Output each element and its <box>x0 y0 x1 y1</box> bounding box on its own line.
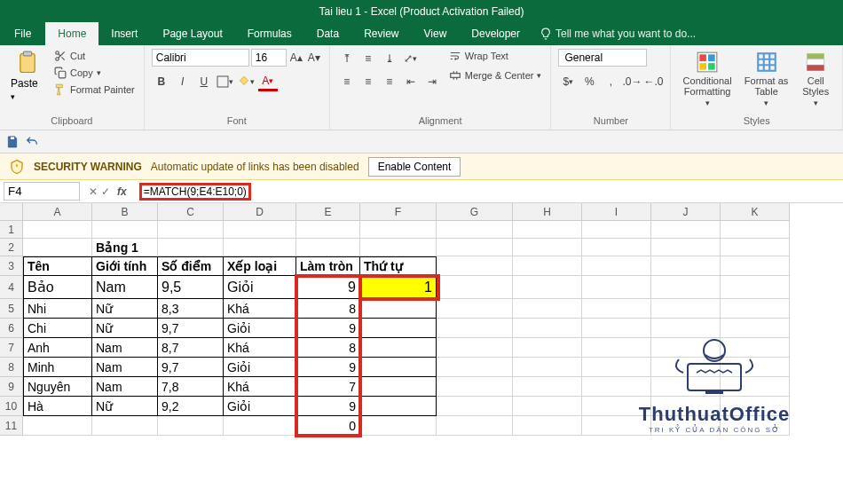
increase-font-icon[interactable]: A▴ <box>288 50 304 66</box>
name-box[interactable] <box>4 182 80 201</box>
cell[interactable]: 8,3 <box>158 299 224 319</box>
row-header[interactable]: 2 <box>0 239 23 256</box>
align-center-icon[interactable]: ≡ <box>358 72 378 91</box>
column-header[interactable]: J <box>651 203 721 221</box>
tab-view[interactable]: View <box>412 22 460 45</box>
cell[interactable] <box>158 416 224 436</box>
cell[interactable]: Xếp loại <box>224 256 296 276</box>
cell[interactable] <box>721 256 790 276</box>
cell[interactable] <box>582 299 651 319</box>
cell[interactable] <box>92 416 158 436</box>
cell[interactable] <box>513 319 582 338</box>
cell[interactable]: Nam <box>92 377 158 397</box>
cell[interactable]: Chi <box>23 319 92 338</box>
cell[interactable]: 9 <box>296 276 360 299</box>
cell[interactable]: Giỏi <box>224 358 296 377</box>
cell[interactable] <box>513 299 582 319</box>
cell[interactable] <box>360 338 437 358</box>
cell[interactable]: 7 <box>296 377 360 397</box>
column-header[interactable]: E <box>296 203 360 221</box>
cell[interactable]: Số điểm <box>158 256 224 276</box>
cell-styles-button[interactable]: Cell Styles <box>796 49 835 109</box>
cell[interactable]: Giỏi <box>224 276 296 299</box>
cell[interactable] <box>513 276 582 299</box>
cell[interactable]: 8,7 <box>158 338 224 358</box>
cell[interactable]: Khá <box>224 377 296 397</box>
cell[interactable]: Hà <box>23 397 92 416</box>
fill-color-button[interactable] <box>237 72 256 91</box>
cell[interactable] <box>721 299 790 319</box>
bold-button[interactable]: B <box>152 72 171 91</box>
cell[interactable] <box>437 338 513 358</box>
cell[interactable] <box>721 239 790 256</box>
cell[interactable]: Minh <box>23 358 92 377</box>
cell[interactable] <box>513 397 582 416</box>
number-format-select[interactable] <box>558 49 647 67</box>
cell[interactable]: 9 <box>296 397 360 416</box>
cell[interactable] <box>513 338 582 358</box>
cell[interactable]: Nhi <box>23 299 92 319</box>
cell[interactable] <box>360 416 437 436</box>
formula-input[interactable]: =MATCH(9;E4:E10;0) <box>136 181 843 202</box>
column-header[interactable]: D <box>224 203 296 221</box>
column-header[interactable]: B <box>92 203 158 221</box>
cell[interactable] <box>582 276 651 299</box>
cell[interactable]: Nữ <box>92 319 158 338</box>
cell[interactable] <box>513 256 582 276</box>
tell-me[interactable]: Tell me what you want to do... <box>532 22 703 45</box>
font-color-button[interactable]: A <box>258 72 278 91</box>
row-header[interactable]: 1 <box>0 221 23 239</box>
cell[interactable]: 9,7 <box>158 319 224 338</box>
tab-data[interactable]: Data <box>304 22 351 45</box>
copy-button[interactable]: Copy <box>52 66 137 80</box>
indent-dec-icon[interactable]: ⇤ <box>401 72 421 91</box>
wrap-text-button[interactable]: Wrap Text <box>447 49 544 63</box>
cell[interactable] <box>360 358 437 377</box>
tab-review[interactable]: Review <box>351 22 411 45</box>
cell[interactable]: 9 <box>296 358 360 377</box>
cell[interactable] <box>651 276 721 299</box>
cell[interactable] <box>582 239 651 256</box>
decrease-font-icon[interactable]: A▾ <box>306 50 322 66</box>
cell[interactable]: 7,8 <box>158 377 224 397</box>
cell[interactable] <box>513 416 582 436</box>
cell[interactable]: 9 <box>296 319 360 338</box>
row-header[interactable]: 4 <box>0 276 23 299</box>
row-header[interactable]: 3 <box>0 256 23 276</box>
font-size-select[interactable] <box>251 49 287 67</box>
merge-center-button[interactable]: Merge & Center <box>447 68 544 83</box>
row-header[interactable]: 9 <box>0 377 23 397</box>
cell[interactable]: Khá <box>224 338 296 358</box>
align-right-icon[interactable]: ≡ <box>380 72 399 91</box>
row-header[interactable]: 10 <box>0 397 23 416</box>
cell[interactable]: Giỏi <box>224 319 296 338</box>
cell[interactable] <box>437 358 513 377</box>
cell[interactable] <box>224 221 296 239</box>
cell[interactable] <box>721 276 790 299</box>
italic-button[interactable]: I <box>173 72 193 91</box>
cell[interactable]: 9,7 <box>158 358 224 377</box>
cut-button[interactable]: Cut <box>52 49 137 63</box>
tab-home[interactable]: Home <box>45 22 98 45</box>
cell[interactable] <box>437 299 513 319</box>
column-header[interactable]: C <box>158 203 224 221</box>
cell[interactable]: Tên <box>23 256 92 276</box>
column-header[interactable]: I <box>582 203 651 221</box>
cell[interactable]: Nguyên <box>23 377 92 397</box>
format-as-table-button[interactable]: Format as Table <box>742 49 792 109</box>
cell[interactable] <box>437 416 513 436</box>
fx-icon[interactable]: fx <box>114 185 130 198</box>
cell[interactable]: 8 <box>296 338 360 358</box>
cell[interactable]: Anh <box>23 338 92 358</box>
cell[interactable]: Khá <box>224 299 296 319</box>
cell[interactable] <box>360 299 437 319</box>
cell[interactable]: Làm tròn <box>296 256 360 276</box>
cell[interactable]: 9,5 <box>158 276 224 299</box>
cell[interactable] <box>360 377 437 397</box>
cell[interactable] <box>651 299 721 319</box>
column-header[interactable]: K <box>721 203 790 221</box>
cell[interactable] <box>651 239 721 256</box>
cell[interactable]: Bảng 1 <box>92 239 158 256</box>
tab-developer[interactable]: Developer <box>459 22 532 45</box>
enable-content-button[interactable]: Enable Content <box>368 157 461 177</box>
